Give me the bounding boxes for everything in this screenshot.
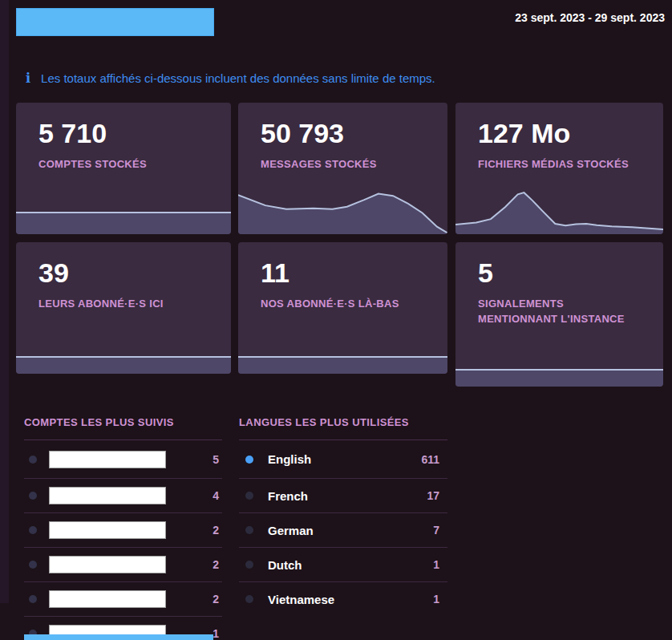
language-count: 1 — [433, 593, 447, 606]
redacted-account-name — [49, 451, 166, 468]
stat-card-messages-stored: 50 793 MESSAGES STOCKÉS — [238, 103, 447, 234]
follower-count: 2 — [213, 524, 222, 537]
language-name: German — [268, 524, 314, 537]
follower-count: 2 — [213, 558, 222, 571]
language-name: Vietnamese — [268, 593, 334, 606]
language-count: 17 — [427, 489, 447, 502]
stat-card-media-stored: 127 Mo FICHIERS MÉDIAS STOCKÉS — [455, 103, 663, 234]
stat-label: MESSAGES STOCKÉS — [238, 157, 447, 172]
table-row[interactable]: German 7 — [239, 513, 447, 548]
stat-label: SIGNALEMENTS MENTIONNANT L'INSTANCE — [455, 297, 663, 327]
redacted-account-name — [49, 521, 166, 539]
sparkline-chart — [238, 354, 447, 374]
language-dot — [245, 456, 253, 464]
follower-count: 4 — [213, 489, 222, 502]
follower-count: 1 — [213, 627, 222, 640]
stat-value: 39 — [16, 242, 231, 288]
stat-label: LEURS ABONNÉ·E·S ICI — [16, 297, 231, 312]
sparkline-chart — [16, 210, 231, 234]
stat-card-our-followers: 11 NOS ABONNÉ·E·S LÀ-BAS — [238, 242, 447, 374]
sparkline-chart — [455, 367, 663, 387]
stat-label: COMPTES STOCKÉS — [16, 157, 231, 172]
date-range-label[interactable]: 23 sept. 2023 - 29 sept. 2023 — [515, 11, 665, 24]
redacted-instance-title — [16, 8, 214, 36]
most-followed-accounts-list: COMPTES LES PLUS SUIVIS 5 4 2 2 2 1 — [24, 410, 222, 640]
redacted-account-name — [49, 487, 166, 504]
language-name: French — [268, 489, 308, 503]
info-notice: i Les totaux affichés ci-dessous incluen… — [26, 71, 435, 86]
table-row[interactable]: English 611 — [239, 440, 447, 479]
language-name: English — [268, 452, 311, 466]
stat-label: NOS ABONNÉ·E·S LÀ-BAS — [238, 297, 447, 312]
avatar — [29, 492, 37, 500]
redacted-account-name — [49, 590, 166, 608]
stat-label: FICHIERS MÉDIAS STOCKÉS — [455, 157, 663, 172]
stat-value: 11 — [238, 242, 447, 288]
avatar — [29, 526, 37, 534]
sparkline-chart — [238, 192, 447, 234]
stat-value: 127 Mo — [455, 103, 663, 148]
table-row[interactable]: 2 — [24, 582, 222, 617]
stat-value: 5 — [455, 242, 663, 288]
table-row[interactable]: Dutch 1 — [239, 548, 447, 582]
page-edge-strip — [0, 0, 9, 603]
table-row[interactable]: 2 — [24, 548, 222, 582]
list-title: LANGUES LES PLUS UTILISÉES — [239, 410, 447, 440]
redacted-account-name — [49, 556, 166, 573]
language-dot — [245, 526, 253, 534]
sparkline-chart — [455, 191, 663, 234]
list-title: COMPTES LES PLUS SUIVIS — [24, 410, 222, 440]
follower-count: 2 — [213, 593, 222, 606]
table-row[interactable]: Vietnamese 1 — [239, 582, 447, 616]
info-icon: i — [26, 71, 30, 86]
follower-count: 5 — [213, 453, 222, 466]
table-row[interactable]: 4 — [24, 479, 222, 513]
stat-value: 50 793 — [238, 103, 447, 148]
language-dot — [245, 595, 253, 603]
table-row[interactable]: French 17 — [239, 479, 447, 513]
avatar — [29, 561, 37, 569]
language-dot — [245, 561, 253, 569]
language-dot — [245, 492, 253, 500]
most-used-languages-list: LANGUES LES PLUS UTILISÉES English 611 F… — [239, 410, 447, 616]
stat-card-their-followers: 39 LEURS ABONNÉ·E·S ICI — [16, 242, 231, 374]
language-name: Dutch — [268, 558, 302, 572]
redacted-next-section-title — [24, 634, 213, 640]
avatar — [29, 595, 37, 603]
avatar — [29, 456, 37, 464]
stat-value: 5 710 — [16, 103, 231, 148]
notice-text: Les totaux affichés ci-dessous incluent … — [41, 71, 435, 85]
language-count: 1 — [433, 558, 447, 571]
sparkline-chart — [16, 354, 231, 374]
language-count: 611 — [421, 453, 447, 466]
stat-card-reports-mentioning-instance: 5 SIGNALEMENTS MENTIONNANT L'INSTANCE — [455, 242, 663, 387]
table-row[interactable]: 5 — [24, 440, 222, 479]
table-row[interactable]: 2 — [24, 513, 222, 548]
stat-card-accounts-stored: 5 710 COMPTES STOCKÉS — [16, 103, 231, 234]
language-count: 7 — [433, 524, 447, 537]
